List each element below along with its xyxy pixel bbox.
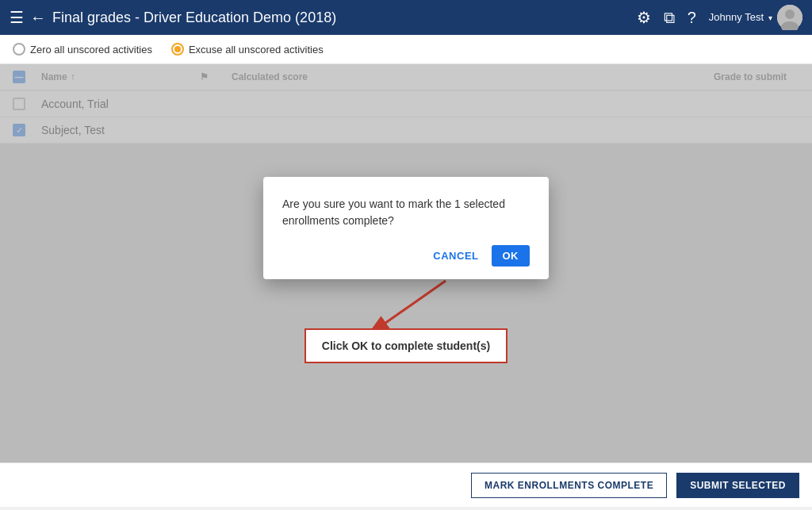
avatar bbox=[777, 5, 802, 30]
main-content: Name ↑ ⚑ Calculated score Grade to submi… bbox=[0, 64, 812, 507]
header-actions: ⚙ ⧉ ? Johnny Test ▾ bbox=[637, 5, 802, 30]
submit-selected-button[interactable]: SUBMIT SELECTED bbox=[676, 473, 799, 498]
copy-icon[interactable]: ⧉ bbox=[664, 9, 675, 27]
help-icon[interactable]: ? bbox=[688, 9, 696, 27]
options-toolbar: Zero all unscored activities Excuse all … bbox=[0, 35, 812, 64]
cancel-button[interactable]: CANCEL bbox=[427, 245, 485, 267]
menu-icon[interactable]: ☰ bbox=[10, 8, 24, 27]
dialog-message: Are you sure you want to mark the 1 sele… bbox=[282, 196, 530, 229]
excuse-unscored-label: Excuse all unscored activities bbox=[189, 44, 324, 56]
callout-text: Click OK to complete student(s) bbox=[322, 339, 490, 352]
confirmation-dialog: Are you sure you want to mark the 1 sele… bbox=[263, 177, 549, 279]
back-icon[interactable]: ← bbox=[30, 9, 46, 27]
modal-overlay: Are you sure you want to mark the 1 sele… bbox=[0, 64, 812, 507]
svg-point-1 bbox=[785, 10, 795, 19]
mark-enrollments-button[interactable]: MARK ENROLLMENTS COMPLETE bbox=[471, 473, 667, 498]
ok-button[interactable]: OK bbox=[492, 245, 530, 267]
app-header: ☰ ← Final grades - Driver Education Demo… bbox=[0, 0, 812, 35]
zero-unscored-option[interactable]: Zero all unscored activities bbox=[13, 43, 152, 56]
zero-radio-button[interactable] bbox=[13, 43, 25, 56]
excuse-radio-button[interactable] bbox=[171, 43, 184, 56]
page-title: Final grades - Driver Education Demo (20… bbox=[52, 10, 630, 26]
settings-icon[interactable]: ⚙ bbox=[637, 8, 651, 27]
chevron-down-icon: ▾ bbox=[768, 13, 772, 22]
user-name: Johnny Test bbox=[709, 11, 764, 24]
callout-annotation: Click OK to complete student(s) bbox=[304, 328, 508, 363]
radio-selected-indicator bbox=[174, 46, 181, 52]
user-menu[interactable]: Johnny Test ▾ bbox=[709, 5, 802, 30]
dialog-actions: CANCEL OK bbox=[282, 245, 530, 267]
excuse-unscored-option[interactable]: Excuse all unscored activities bbox=[171, 43, 324, 56]
page-footer: MARK ENROLLMENTS COMPLETE SUBMIT SELECTE… bbox=[0, 462, 812, 507]
zero-unscored-label: Zero all unscored activities bbox=[30, 44, 152, 56]
